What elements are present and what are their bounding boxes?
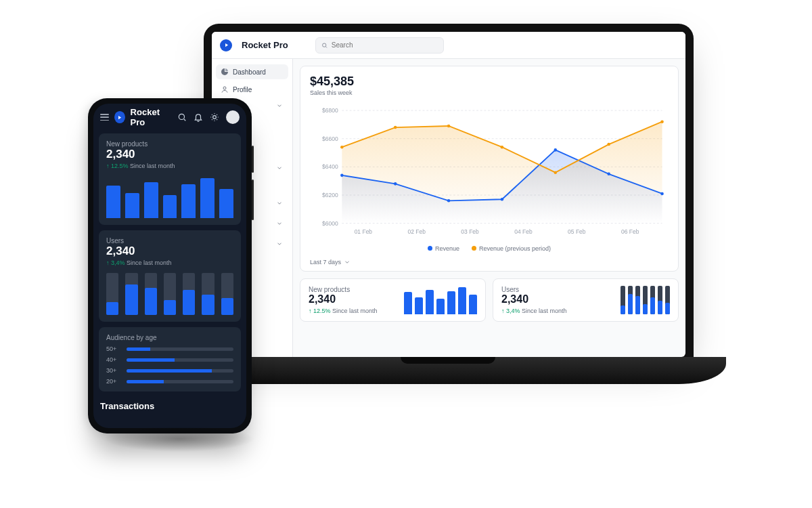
stat-trend: ↑ 12.5% Since last month (106, 163, 233, 169)
app-header: Rocket Pro (212, 32, 685, 59)
svg-point-16 (554, 148, 558, 152)
laptop-notch (401, 357, 495, 364)
audience-label: 40+ (106, 356, 121, 363)
phone-users-card: Users 2,340 ↑ 3,4% Since last month (99, 230, 241, 322)
stat-title: New products (106, 140, 233, 148)
audience-bar-track (127, 358, 233, 362)
hamburger-menu-icon[interactable] (100, 114, 109, 121)
phone-body: New products 2,340 ↑ 12.5% Since last mo… (99, 133, 241, 423)
svg-point-21 (447, 125, 451, 128)
chart-legend: Revenue Revenue (previous period) (310, 245, 669, 252)
arrow-up-icon: ↑ (106, 163, 110, 169)
audience-row: 50+ (106, 345, 233, 352)
svg-point-12 (340, 174, 344, 177)
search-icon (321, 42, 328, 49)
new-products-card: New products 2,340 ↑ 12.5% Since last mo… (300, 278, 486, 322)
users-card: Users 2,340 ↑ 3,4% Since last month (493, 278, 679, 322)
sidebar-item-label: Profile (233, 86, 252, 93)
date-range-label: Last 7 days (310, 259, 341, 266)
phone-new-products-card: New products 2,340 ↑ 12.5% Since last mo… (99, 133, 241, 225)
new-products-sparkbar (404, 286, 477, 314)
svg-point-33 (213, 116, 217, 119)
search-field[interactable] (332, 41, 438, 49)
stat-trend: ↑ 3,4% Since last month (501, 308, 567, 314)
audience-bar-track (127, 369, 233, 373)
svg-point-1 (223, 87, 226, 89)
audience-row: 40+ (106, 356, 233, 363)
user-avatar[interactable] (226, 110, 240, 124)
laptop-mockup: Rocket Pro Dashboard (171, 24, 725, 453)
dashboard-pie-icon (221, 68, 229, 76)
sidebar-item-label: Dashboard (233, 68, 266, 76)
svg-point-25 (660, 120, 664, 123)
stat-title: Audience by age (106, 334, 233, 341)
arrow-up-icon: ↑ (501, 308, 505, 314)
svg-point-24 (607, 143, 610, 146)
brand-logo-icon (114, 111, 125, 123)
stat-value: 2,340 (106, 245, 233, 258)
svg-text:$6200: $6200 (322, 192, 338, 198)
brand-name: Rocket Pro (131, 107, 172, 127)
phone-users-sparkbar (106, 273, 233, 315)
svg-text:$6000: $6000 (322, 220, 338, 227)
svg-point-32 (179, 114, 184, 119)
audience-bar-fill (127, 358, 175, 362)
laptop-screen: Rocket Pro Dashboard (212, 32, 685, 357)
legend-prev: Revenue (previous period) (472, 245, 551, 252)
audience-label: 50+ (106, 345, 121, 352)
svg-point-23 (554, 171, 558, 174)
audience-bar-fill (127, 369, 212, 373)
svg-point-15 (501, 198, 504, 201)
stat-value: 2,340 (501, 293, 567, 305)
phone-header: Rocket Pro (93, 104, 246, 131)
brand-logo-icon (220, 39, 232, 51)
stats-row: New products 2,340 ↑ 12.5% Since last mo… (300, 278, 679, 322)
search-input[interactable] (315, 37, 444, 54)
chevron-down-icon (276, 200, 283, 207)
svg-text:03 Feb: 03 Feb (461, 228, 479, 235)
svg-text:$6400: $6400 (322, 163, 338, 170)
svg-point-17 (607, 173, 610, 176)
sidebar-item-dashboard[interactable]: Dashboard (216, 64, 288, 79)
date-range-dropdown[interactable]: Last 7 days (310, 259, 669, 266)
svg-text:05 Feb: 05 Feb (568, 228, 586, 235)
sidebar-item-profile[interactable]: Profile (216, 82, 288, 97)
chevron-down-icon (344, 259, 351, 266)
laptop-bezel: Rocket Pro Dashboard (204, 24, 694, 362)
svg-point-19 (340, 146, 344, 149)
chevron-down-icon (276, 165, 283, 171)
svg-text:01 Feb: 01 Feb (355, 228, 373, 235)
audience-by-age-card: Audience by age 50+40+30+20+ (99, 327, 241, 391)
arrow-up-icon: ↑ (106, 259, 110, 266)
sun-icon[interactable] (210, 112, 219, 122)
phone-screen: Rocket Pro New products 2,340 ↑ 12.5% Si… (93, 104, 246, 428)
stat-title: Users (106, 237, 233, 245)
stat-title: New products (309, 286, 378, 293)
transactions-heading: Transactions (99, 397, 241, 415)
phone-new-products-sparkbar (106, 176, 233, 218)
svg-text:04 Feb: 04 Feb (514, 228, 533, 235)
stat-value: 2,340 (309, 293, 378, 305)
audience-rows: 50+40+30+20+ (106, 345, 233, 385)
svg-point-13 (394, 182, 397, 186)
audience-label: 30+ (106, 367, 121, 374)
brand-name: Rocket Pro (242, 40, 288, 50)
main-content: $45,385 Sales this week (293, 59, 685, 357)
bell-icon[interactable] (194, 112, 203, 122)
chevron-down-icon (276, 102, 283, 109)
svg-point-22 (501, 146, 504, 149)
svg-text:$6600: $6600 (322, 135, 338, 142)
search-icon[interactable] (177, 112, 187, 122)
stat-trend: ↑ 12.5% Since last month (309, 308, 378, 314)
users-sparkbar (621, 286, 670, 314)
svg-point-0 (322, 43, 325, 46)
svg-point-14 (447, 199, 451, 203)
phone-mockup: Rocket Pro New products 2,340 ↑ 12.5% Si… (88, 98, 252, 433)
stat-value: 2,340 (106, 148, 233, 161)
sales-value: $45,385 (310, 75, 669, 89)
legend-revenue: Revenue (428, 245, 459, 252)
stat-trend: ↑ 3,4% Since last month (106, 259, 233, 266)
svg-text:06 Feb: 06 Feb (621, 228, 639, 235)
sales-chart-card: $45,385 Sales this week (300, 66, 679, 272)
chevron-down-icon (276, 220, 283, 227)
